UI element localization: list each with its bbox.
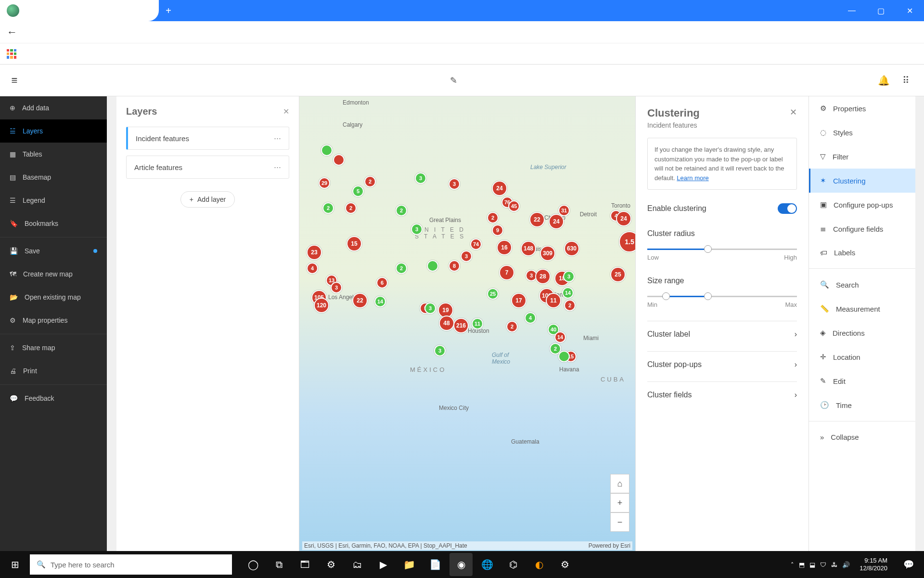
rnav-configure-fields[interactable]: ≣Configure fields	[809, 217, 915, 241]
hamburger-icon[interactable]: ≡	[0, 74, 29, 87]
cluster-marker[interactable]: 5	[352, 185, 364, 197]
action-center-icon[interactable]: 💬	[897, 559, 920, 570]
map-zoom-out-button[interactable]: −	[610, 512, 629, 532]
cluster-marker[interactable]: 2	[487, 212, 499, 223]
rnav-clustering[interactable]: ✶Clustering	[809, 169, 915, 193]
rnav-directions[interactable]: ◈Directions	[809, 321, 915, 345]
window-maximize[interactable]: ▢	[866, 0, 895, 21]
rnav-configure-popups[interactable]: ▣Configure pop-ups	[809, 193, 915, 217]
nav-bookmarks[interactable]: 🔖Bookmarks	[0, 212, 107, 235]
cluster-marker[interactable]: 4	[307, 263, 318, 274]
cluster-marker[interactable]: 1.5	[619, 231, 635, 252]
tray-icon[interactable]: ⬒	[799, 561, 805, 568]
tray-icon[interactable]: ⬓	[809, 561, 815, 568]
cluster-marker[interactable]: 3	[563, 271, 575, 282]
cluster-marker[interactable]: 3	[331, 282, 342, 293]
rnav-filter[interactable]: ▽Filter	[809, 144, 915, 169]
cluster-marker[interactable]: 17	[511, 293, 526, 308]
cluster-marker[interactable]: 2	[345, 202, 357, 214]
cluster-marker[interactable]: 16	[497, 240, 512, 255]
cortana-icon[interactable]: ◯	[242, 553, 265, 576]
layer-options-icon[interactable]: ⋯	[274, 163, 281, 171]
layers-close-icon[interactable]: ✕	[283, 107, 289, 116]
cluster-marker[interactable]	[427, 260, 438, 272]
powershell-icon[interactable]: ▶	[372, 553, 395, 576]
rnav-search[interactable]: 🔍Search	[809, 273, 915, 297]
cluster-marker[interactable]: 3	[434, 345, 446, 356]
cluster-marker[interactable]: 7	[499, 265, 514, 280]
cluster-marker[interactable]	[321, 144, 333, 156]
rnav-properties[interactable]: ⚙Properties	[809, 96, 915, 120]
cluster-marker[interactable]: 3	[424, 302, 436, 314]
cluster-marker[interactable]: 3	[449, 178, 460, 190]
cluster-marker[interactable]	[558, 351, 570, 362]
app-icon[interactable]: ⌬	[501, 553, 525, 576]
cluster-marker[interactable]: 25	[487, 288, 499, 300]
rnav-time[interactable]: 🕑Time	[809, 393, 915, 417]
enable-clustering-toggle[interactable]	[778, 203, 797, 214]
nav-print[interactable]: 🖨Print	[0, 359, 107, 382]
rnav-collapse[interactable]: »Collapse	[809, 425, 915, 449]
tray-shield-icon[interactable]: 🛡	[820, 561, 826, 568]
cluster-marker[interactable]: 3	[415, 172, 426, 184]
window-close[interactable]: ✕	[895, 0, 924, 21]
new-tab-button[interactable]: +	[159, 0, 178, 21]
rnav-measurement[interactable]: 📏Measurement	[809, 297, 915, 321]
map-zoom-in-button[interactable]: +	[610, 493, 629, 512]
tray-network-icon[interactable]: 🖧	[831, 561, 837, 568]
app-icon[interactable]: 🗂	[346, 553, 369, 576]
cluster-marker[interactable]: 148	[521, 241, 536, 256]
cluster-marker[interactable]: 45	[508, 200, 520, 212]
cluster-marker[interactable]: 14	[374, 296, 386, 307]
cluster-marker[interactable]: 3	[411, 223, 423, 235]
layer-incident-features[interactable]: Incident features ⋯	[126, 127, 289, 150]
cluster-popups-expander[interactable]: Cluster pop-ups›	[647, 351, 797, 369]
cluster-marker[interactable]: 2	[364, 176, 376, 187]
rightnav-scrollbar[interactable]	[915, 96, 924, 551]
cluster-marker[interactable]: 216	[453, 318, 469, 333]
cluster-marker[interactable]: 14	[562, 287, 574, 299]
taskview-icon[interactable]: ⧉	[268, 553, 291, 576]
cluster-marker[interactable]: 2	[506, 321, 518, 332]
learn-more-link[interactable]: Learn more	[677, 174, 708, 182]
cluster-marker[interactable]: 2	[396, 263, 407, 274]
start-button[interactable]: ⊞	[0, 559, 30, 570]
chrome-icon[interactable]: ◉	[449, 553, 473, 576]
nav-map-properties[interactable]: ⚙Map properties	[0, 309, 107, 332]
cluster-radius-slider[interactable]	[647, 249, 797, 250]
cluster-marker[interactable]: 28	[535, 269, 551, 284]
nav-save[interactable]: 💾Save	[0, 239, 107, 263]
cluster-marker[interactable]: 9	[492, 224, 503, 236]
cluster-marker[interactable]: 120	[314, 298, 329, 313]
cluster-marker[interactable]: 2	[564, 300, 576, 311]
cluster-label-expander[interactable]: Cluster label›	[647, 321, 797, 339]
edit-title-button[interactable]: ✎	[450, 75, 457, 86]
notifications-icon[interactable]: 🔔	[878, 75, 890, 86]
cluster-marker[interactable]: 31	[558, 205, 570, 216]
clock[interactable]: 9:15 AM 12/8/2020	[855, 557, 892, 572]
cluster-marker[interactable]: 24	[549, 214, 564, 229]
layer-article-features[interactable]: Article features ⋯	[126, 156, 289, 179]
cluster-fields-expander[interactable]: Cluster fields›	[647, 381, 797, 399]
leftnav-scrollbar[interactable]	[107, 96, 116, 551]
cluster-marker[interactable]: 24	[492, 181, 507, 196]
clustering-close-icon[interactable]: ✕	[790, 107, 797, 118]
nav-layers[interactable]: ☱Layers	[0, 119, 107, 143]
layer-options-icon[interactable]: ⋯	[274, 134, 281, 143]
cluster-marker[interactable]: 6	[376, 277, 388, 289]
cluster-marker[interactable]: 24	[616, 211, 631, 226]
taskbar-search[interactable]: 🔍 Type here to search	[30, 554, 232, 575]
cluster-marker[interactable]	[333, 154, 345, 166]
size-range-slider[interactable]	[647, 296, 797, 297]
cluster-marker[interactable]: 630	[564, 241, 579, 256]
eclipse-icon[interactable]: ◐	[527, 553, 551, 576]
rnav-location[interactable]: ✛Location	[809, 345, 915, 369]
cluster-marker[interactable]: 22	[529, 212, 545, 227]
nav-create-new-map[interactable]: 🗺Create new map	[0, 263, 107, 286]
cluster-marker[interactable]: 25	[610, 267, 626, 282]
notepad-icon[interactable]: 📄	[424, 553, 447, 576]
window-minimize[interactable]: —	[837, 0, 866, 21]
cluster-marker[interactable]: 14	[554, 331, 566, 343]
nav-open-existing-map[interactable]: 📂Open existing map	[0, 286, 107, 309]
cluster-marker[interactable]: 2	[396, 205, 407, 216]
